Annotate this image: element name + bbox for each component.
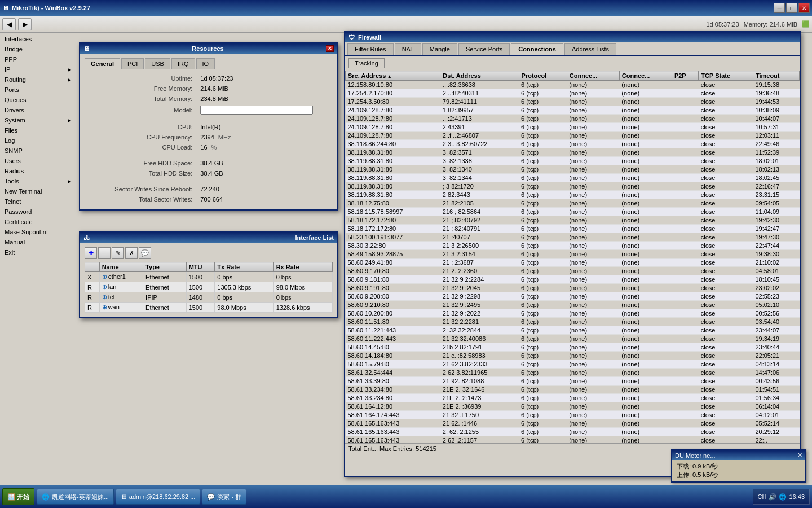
iface-row-2[interactable]: R ⊕tel IPIP 1480 0 bps 0 bps: [85, 292, 333, 303]
conn-row-16[interactable]: 58.18.172.172:80 21 ; 82:40792 6 (tcp) (…: [346, 216, 800, 225]
conn-row-37[interactable]: 58.61.33.234:80 21E 2. 2:1473 6 (tcp) (n…: [346, 394, 800, 402]
sidebar-item-system[interactable]: System: [0, 115, 76, 125]
conn-row-14[interactable]: 38.18.12.75:80 21 82:2105 6 (tcp) (none)…: [346, 199, 800, 208]
conn-row-42[interactable]: 58.61.165.163:443 2 62 .2:1157 6 (tcp) (…: [346, 436, 800, 444]
conn-row-26[interactable]: 58.60.9.210:80 21 32 9 :2495 6 (tcp) (no…: [346, 301, 800, 309]
conn-row-4[interactable]: 24.109.128.7:80 ...:2:41713 6 (tcp) (non…: [346, 115, 800, 123]
fw-tab-address[interactable]: Address Lists: [564, 43, 616, 55]
sidebar-item-bridge[interactable]: Bridge: [0, 44, 76, 54]
conn-row-22[interactable]: 58.60.9.170:80 21 2. 2:2360 6 (tcp) (non…: [346, 267, 800, 275]
col-dst[interactable]: Dst. Address: [440, 71, 519, 81]
col-rx[interactable]: Rx Rate: [273, 262, 332, 272]
back-button[interactable]: ◀: [2, 18, 16, 30]
sidebar-item-queues[interactable]: Queues: [0, 95, 76, 105]
conn-row-35[interactable]: 58.61.33.39:80 21 92. 82:1088 6 (tcp) (n…: [346, 377, 800, 386]
conn-row-8[interactable]: 38.119.88.31:80 3. 82:3571 6 (tcp) (none…: [346, 148, 800, 157]
conn-row-7[interactable]: 38.118.86.244:80 2 3.. 3.82:60722 6 (tcp…: [346, 140, 800, 148]
iface-row-0[interactable]: X ⊕ether1 Ethernet 1500 0 bps 0 bps: [85, 272, 333, 282]
iface-add-btn[interactable]: ✚: [85, 247, 97, 259]
sidebar-item-radius[interactable]: Radius: [0, 166, 76, 176]
sidebar-item-snmp[interactable]: SNMP: [0, 146, 76, 156]
forward-button[interactable]: ▶: [18, 18, 32, 30]
resources-titlebar[interactable]: 🖥 Resources ✕: [80, 43, 337, 54]
sidebar-item-ppp[interactable]: PPP: [0, 54, 76, 64]
sidebar-item-ports[interactable]: Ports: [0, 85, 76, 95]
conn-row-12[interactable]: 38.119.88.31:80 ; 3 82:1720 6 (tcp) (non…: [346, 182, 800, 191]
fw-tab-nat[interactable]: NAT: [395, 43, 421, 55]
conn-row-38[interactable]: 58.61.164.12:80 21E 2. :36939 6 (tcp) (n…: [346, 402, 800, 411]
maximize-button[interactable]: □: [786, 3, 797, 13]
conn-row-5[interactable]: 24.109.128.7:80 2:43391 6 (tcp) (none) (…: [346, 123, 800, 132]
conn-row-21[interactable]: 58.60.249.41:80 21 ; 2:3687 6 (tcp) (non…: [346, 259, 800, 267]
iface-disable-btn[interactable]: ✗: [125, 247, 138, 259]
col-conn1[interactable]: Connec...: [567, 71, 619, 81]
iface-remove-btn[interactable]: −: [98, 247, 111, 259]
conn-row-34[interactable]: 58.61.32.54:444 2 62 3.82:11965 6 (tcp) …: [346, 369, 800, 377]
conn-row-18[interactable]: 58.23.100.191:3077 21 :40707 6 (tcp) (no…: [346, 233, 800, 242]
col-p2p[interactable]: P2P: [672, 71, 698, 81]
sidebar-item-files[interactable]: Files: [0, 125, 76, 135]
iface-comment-btn[interactable]: 💬: [139, 247, 151, 259]
conn-row-39[interactable]: 58.61.164.174:443 21 32 .t 1750 6 (tcp) …: [346, 411, 800, 419]
sidebar-item-tools[interactable]: Tools: [0, 176, 76, 186]
fw-tab-filter[interactable]: Filter Rules: [347, 43, 394, 55]
conn-row-33[interactable]: 58.60.15.79:80 21 62 3.82:2333 6 (tcp) (…: [346, 360, 800, 369]
conn-row-13[interactable]: 38.119.88.31:80 2 82:3443 6 (tcp) (none)…: [346, 191, 800, 199]
resources-close-btn[interactable]: ✕: [326, 45, 334, 52]
conn-row-32[interactable]: 58.60.14.184:80 21 c. :82:58983 6 (tcp) …: [346, 352, 800, 360]
iface-titlebar[interactable]: 🖧 Interface List: [80, 233, 337, 243]
col-proto[interactable]: Protocol: [519, 71, 567, 81]
sidebar-item-manual[interactable]: Manual: [0, 237, 76, 247]
col-timeout[interactable]: Timeout: [753, 71, 799, 81]
conn-row-36[interactable]: 58.61.33.234:80 21E 2. 32:1646 6 (tcp) (…: [346, 386, 800, 394]
conn-row-28[interactable]: 58.60.11.51:80 21 32 2:2281 6 (tcp) (non…: [346, 318, 800, 326]
col-mtu[interactable]: MTU: [186, 262, 215, 272]
conn-row-31[interactable]: 58.60.14.45:80 21b 2 82:1791 6 (tcp) (no…: [346, 343, 800, 352]
sidebar-item-log[interactable]: Log: [0, 135, 76, 146]
conn-row-20[interactable]: 58.49.158.93:28875 21 3 2:3154 6 (tcp) (…: [346, 250, 800, 259]
conn-row-15[interactable]: 58.18.115.78:58997 216 ; 82:5864 6 (tcp)…: [346, 208, 800, 216]
conn-row-27[interactable]: 58.60.10.200:80 21 32 9 :2022 6 (tcp) (n…: [346, 309, 800, 318]
conn-row-19[interactable]: 58.30.3.22:80 21 3 2:26500 6 (tcp) (none…: [346, 242, 800, 250]
col-tx[interactable]: Tx Rate: [215, 262, 273, 272]
fw-tab-mangle[interactable]: Mangle: [422, 43, 457, 55]
iface-row-3[interactable]: R ⊕wan Ethernet 1500 98.0 Mbps 1328.6 kb…: [85, 303, 333, 313]
conn-row-3[interactable]: 24.109.128.7:80 1.82:39957 6 (tcp) (none…: [346, 106, 800, 115]
conn-row-2[interactable]: 17.254.3.50:80 79.82:41111 6 (tcp) (none…: [346, 98, 800, 106]
taskbar-item-2[interactable]: 💬 淡家 - 群: [202, 489, 246, 505]
sidebar-item-routing[interactable]: Routing: [0, 75, 76, 85]
conn-row-6[interactable]: 24.109.128.7:80 2..f ..2:46807 6 (tcp) (…: [346, 132, 800, 140]
col-name[interactable]: Name: [99, 262, 143, 272]
conn-row-10[interactable]: 38.119.88.31:80 3. 82:1340 6 (tcp) (none…: [346, 165, 800, 174]
tab-usb[interactable]: USB: [145, 58, 170, 69]
conn-row-1[interactable]: 17.254.2.170:80 2...:82:40311 6 (tcp) (n…: [346, 89, 800, 98]
close-button[interactable]: ✕: [798, 3, 810, 13]
col-state[interactable]: TCP State: [699, 71, 753, 81]
conn-row-9[interactable]: 38.119.88.31:80 3. 82:1338 6 (tcp) (none…: [346, 157, 800, 165]
du-close[interactable]: ✕: [797, 452, 802, 459]
tab-general[interactable]: General: [85, 58, 120, 69]
tab-irq[interactable]: IRQ: [171, 58, 195, 69]
tracking-tab[interactable]: Tracking: [348, 58, 385, 68]
taskbar-item-0[interactable]: 🌐 凯道网络-英蒂姐妹...: [37, 489, 114, 505]
conn-row-41[interactable]: 58.61.165.163:443 2: 62. 2:1255 6 (tcp) …: [346, 428, 800, 436]
taskbar-item-1[interactable]: 🖥 admin@218.62.29.82 ...: [116, 489, 201, 505]
sidebar-item-new-terminal[interactable]: New Terminal: [0, 186, 76, 196]
col-type[interactable]: Type: [143, 262, 187, 272]
conn-row-40[interactable]: 58.61.165.163:443 21 62. :1446 6 (tcp) (…: [346, 419, 800, 428]
conn-row-0[interactable]: 12.158.80.10:80 ...:82:36638 6 (tcp) (no…: [346, 81, 800, 89]
conn-row-24[interactable]: 58.60.9.191:80 21 32 9 :2045 6 (tcp) (no…: [346, 284, 800, 292]
sidebar-item-make-supout.rif[interactable]: Make Supout.rif: [0, 227, 76, 237]
sidebar-item-certificate[interactable]: Certificate: [0, 217, 76, 227]
sidebar-item-users[interactable]: Users: [0, 156, 76, 166]
sidebar-item-telnet[interactable]: Telnet: [0, 196, 76, 207]
iface-row-1[interactable]: R ⊕lan Ethernet 1500 1305.3 kbps 98.0 Mb…: [85, 282, 333, 292]
sidebar-item-drivers[interactable]: Drivers: [0, 105, 76, 115]
fw-tab-service[interactable]: Service Ports: [458, 43, 510, 55]
model-input[interactable]: [200, 106, 313, 115]
conn-row-11[interactable]: 38.119.88.31:80 3. 82:1344 6 (tcp) (none…: [346, 174, 800, 182]
sidebar-item-exit[interactable]: Exit: [0, 247, 76, 257]
conn-row-30[interactable]: 58.60.11.222:443 21 32 32:40086 6 (tcp) …: [346, 335, 800, 343]
sidebar-item-password[interactable]: Password: [0, 207, 76, 217]
conn-row-23[interactable]: 58.60.9.181:80 21 32 9 2:2284 6 (tcp) (n…: [346, 275, 800, 284]
